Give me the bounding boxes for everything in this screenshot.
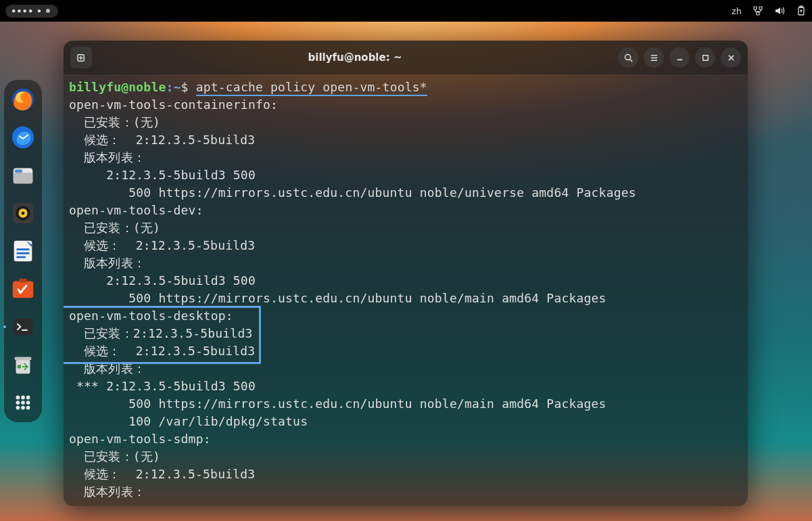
menu-button[interactable] [644,47,664,68]
top-bar: •••• • zh [0,0,812,22]
terminal-line: 2:12.3.5-5build3 500 [69,168,256,182]
prompt-command: apt-cache policy open-vm-tools* [196,80,427,96]
terminal-line: 候选： 2:12.3.5-5build3 [69,467,255,481]
rhythmbox-icon[interactable] [7,198,39,229]
prompt-user: billyfu@noble [69,80,166,94]
window-titlebar: billyfu@noble: ~ [64,41,748,74]
terminal-line: 已安装：(无) [69,221,160,235]
svg-rect-17 [14,319,33,336]
thunderbird-icon[interactable] [7,122,39,153]
svg-rect-18 [22,330,28,331]
svg-rect-12 [17,248,30,250]
libreoffice-writer-icon[interactable] [7,235,39,267]
ubuntu-software-icon[interactable] [7,273,39,304]
svg-point-26 [21,401,25,405]
terminal-line: open-vm-tools-desktop: [69,309,233,323]
terminal-window: billyfu@noble: ~ billyfu@noble:~$ apt-ca… [64,41,748,506]
terminal-line: 500 https://mirrors.ustc.edu.cn/ubuntu n… [69,397,606,411]
terminal-line: 已安装：(无) [69,449,160,463]
terminal-line: open-vm-tools-dev: [69,203,204,217]
terminal-body[interactable]: billyfu@noble:~$ apt-cache policy open-v… [64,74,748,506]
system-tray: zh [732,5,807,16]
maximize-button[interactable] [695,47,715,68]
svg-point-25 [16,401,20,405]
svg-point-29 [21,406,25,410]
terminal-line: 已安装：(无) [69,115,160,129]
trash-icon[interactable] [7,349,39,380]
svg-rect-1 [800,6,803,7]
activities-dot-icon [46,9,50,13]
window-title: billyfu@noble: ~ [97,51,613,64]
new-tab-button[interactable] [70,47,92,68]
terminal-line: 已安装：2:12.3.5-5build3 [69,326,252,340]
svg-point-28 [16,406,20,410]
volume-icon[interactable] [774,5,785,16]
svg-point-32 [625,54,630,60]
svg-point-24 [26,396,30,400]
firefox-icon[interactable] [7,84,39,115]
files-icon[interactable] [7,160,39,191]
search-button[interactable] [618,47,638,68]
svg-rect-20 [15,357,32,361]
terminal-line: 版本列表： [69,361,145,376]
minimize-button[interactable] [669,47,690,68]
dock [4,80,42,422]
activities-label: •••• • [11,6,42,16]
svg-point-27 [26,401,30,405]
terminal-line: 候选： 2:12.3.5-5build3 [69,133,255,147]
terminal-line: 500 https://mirrors.ustc.edu.cn/ubuntu n… [69,291,606,305]
terminal-line: *** 2:12.3.5-5build3 500 [69,379,256,393]
svg-point-23 [21,396,25,400]
svg-point-30 [26,406,30,410]
activities-button[interactable]: •••• • [5,5,58,18]
svg-rect-13 [17,252,30,254]
prompt-dollar: $ [181,80,189,94]
terminal-icon[interactable] [7,311,39,342]
terminal-line: 版本列表： [69,150,145,164]
terminal-line: open-vm-tools-sdmp: [69,432,211,446]
svg-rect-33 [702,55,708,60]
svg-rect-5 [14,173,33,183]
ime-indicator[interactable]: zh [732,6,742,16]
svg-point-21 [17,365,21,369]
network-icon[interactable] [753,5,763,16]
terminal-line: open-vm-tools-containerinfo: [69,97,278,112]
svg-point-22 [16,396,20,400]
svg-rect-6 [15,169,22,173]
terminal-line: 2:12.3.5-5build3 500 [69,273,256,288]
show-apps-icon[interactable] [7,387,39,418]
terminal-line: 100 /var/lib/dpkg/status [69,414,308,428]
svg-rect-14 [17,256,26,258]
battery-icon[interactable] [796,5,807,16]
terminal-line: 版本列表： [69,484,145,499]
terminal-line: 500 https://mirrors.ustc.edu.cn/ubuntu n… [69,185,636,200]
prompt-colon: : [166,80,173,94]
svg-rect-16 [19,279,26,283]
terminal-line: 候选： 2:12.3.5-5build3 [69,344,255,358]
close-button[interactable] [721,47,741,68]
svg-point-10 [22,212,25,215]
terminal-line: 版本列表： [69,256,145,270]
prompt-path: ~ [174,80,181,94]
terminal-line: 候选： 2:12.3.5-5build3 [69,238,255,252]
